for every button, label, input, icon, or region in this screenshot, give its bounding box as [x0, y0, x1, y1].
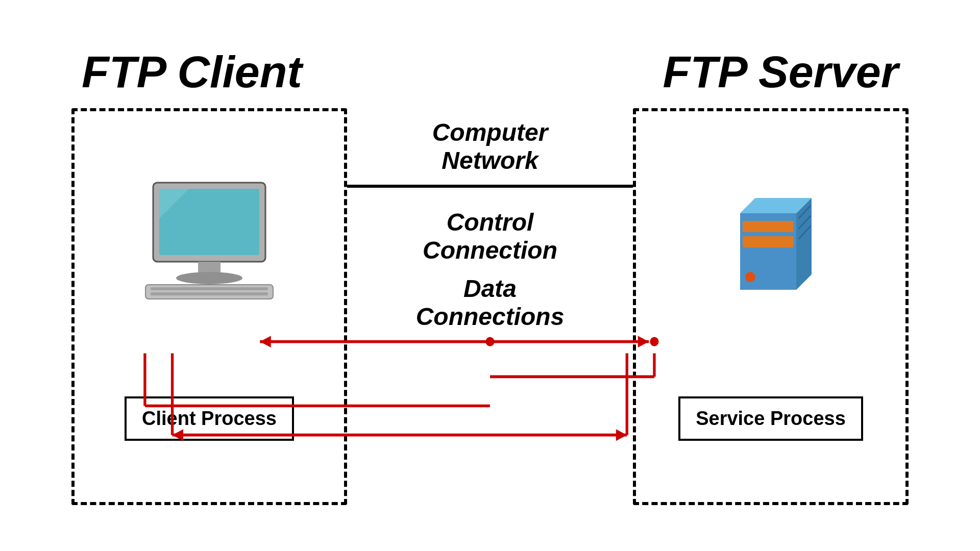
svg-rect-13: [743, 236, 794, 247]
client-process-box: Client Process: [125, 396, 294, 441]
server-icon: [694, 172, 847, 305]
diagram-body: Client Process ComputerNetwork ControlCo…: [41, 108, 939, 505]
ftp-client-box: Client Process: [71, 108, 347, 505]
svg-point-14: [745, 272, 755, 282]
ftp-server-title: FTP Server: [663, 46, 898, 98]
top-labels: FTP Client FTP Server: [41, 46, 939, 98]
svg-rect-7: [151, 292, 268, 295]
svg-point-4: [176, 272, 242, 284]
control-connection-label: ControlConnection: [423, 208, 557, 264]
ftp-client-title: FTP Client: [82, 46, 302, 98]
computer-network-label: ComputerNetwork: [432, 118, 548, 174]
ftp-server-box: Service Process: [633, 108, 909, 505]
data-connections-label: DataConnections: [416, 274, 565, 331]
diagram-container: FTP Client FTP Server: [41, 46, 939, 505]
svg-rect-5: [145, 285, 273, 299]
middle-area: ComputerNetwork ControlConnection DataCo…: [347, 108, 633, 505]
svg-rect-12: [743, 221, 794, 232]
svg-rect-6: [151, 287, 268, 290]
service-process-box: Service Process: [678, 396, 863, 441]
computer-icon: [133, 172, 286, 305]
network-line: [347, 185, 633, 188]
svg-marker-9: [796, 198, 812, 290]
